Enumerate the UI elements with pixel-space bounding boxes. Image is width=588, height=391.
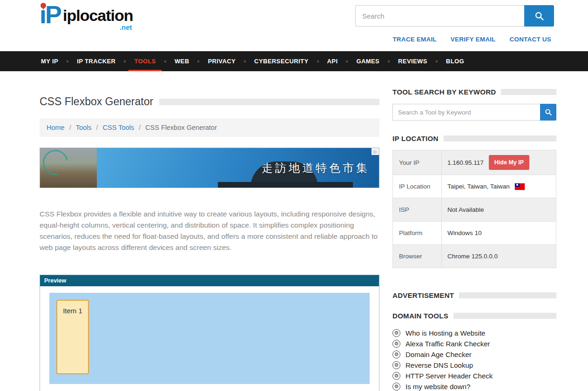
breadcrumb-tools[interactable]: Tools — [76, 124, 92, 131]
search-button[interactable] — [524, 5, 554, 27]
heading-decorative-bar — [459, 292, 556, 298]
domain-tools-list: Who is Hosting a Website Alexa Traffic R… — [392, 328, 556, 391]
header-search — [355, 5, 554, 27]
nav-item-privacy[interactable]: PRIVACY — [207, 51, 237, 71]
preview-header: Preview — [40, 275, 379, 286]
taiwan-flag-icon — [515, 183, 525, 190]
gear-icon — [392, 329, 400, 337]
gear-icon — [392, 383, 400, 391]
domain-tool-label: Reverse DNS Lookup — [406, 361, 473, 369]
domain-tool-label: Alexa Traffic Rank Checker — [406, 340, 490, 348]
tool-search-heading-row: TOOL SEARCH BY KEYWORD — [392, 88, 556, 96]
preview-flex-item: Item 1 — [56, 300, 89, 374]
nav-item-games[interactable]: GAMES — [355, 51, 380, 71]
map-pin-icon — [41, 3, 46, 8]
ip-location-table: Your IP 1.160.95.117 Hide My IP IP Locat… — [392, 150, 556, 268]
tool-search-button[interactable] — [540, 104, 556, 121]
row-value: Windows 10 — [442, 222, 556, 244]
domain-tool-link-alexa-rank[interactable]: Alexa Traffic Rank Checker — [392, 338, 556, 349]
site-logo[interactable]: iP iplocation .net — [40, 2, 133, 31]
domain-tool-link-hosting[interactable]: Who is Hosting a Website — [392, 328, 556, 338]
ip-location-value: Taipei, Taiwan, Taiwan — [447, 183, 510, 190]
heading-decorative-bar — [501, 89, 556, 95]
ad-photo-image — [40, 148, 97, 188]
breadcrumb-separator — [96, 124, 98, 131]
nav-separator — [436, 61, 438, 62]
tool-search-input[interactable] — [392, 104, 540, 121]
search-input[interactable] — [355, 5, 524, 27]
header-links: TRACE EMAIL VERIFY EMAIL CONTACT US — [392, 36, 551, 43]
breadcrumb-css-tools[interactable]: CSS Tools — [103, 124, 134, 131]
ip-address: 1.160.95.117 — [447, 159, 484, 166]
nav-item-tools[interactable]: TOOLS — [133, 51, 157, 71]
breadcrumb: Home Tools CSS Tools CSS Flexbox Generat… — [40, 118, 379, 137]
domain-tool-label: Is my website down? — [406, 383, 470, 391]
search-icon — [534, 11, 544, 21]
nav-item-blog[interactable]: BLOG — [445, 51, 465, 71]
breadcrumb-home[interactable]: Home — [47, 124, 65, 131]
tool-description: CSS Flexbox provides a flexible and intu… — [40, 209, 379, 253]
browser-value: Chrome 125.0.0.0 — [447, 253, 498, 260]
page-title: CSS Flexbox Generator — [40, 95, 153, 108]
row-value: 1.160.95.117 Hide My IP — [442, 150, 556, 175]
title-decorative-bar — [159, 99, 379, 105]
nav-separator — [124, 61, 126, 62]
gear-icon — [392, 372, 400, 380]
row-value: Taipei, Taiwan, Taiwan — [442, 175, 556, 198]
nav-item-web[interactable]: WEB — [174, 51, 190, 71]
row-label: ISP — [393, 198, 442, 221]
tool-search-heading: TOOL SEARCH BY KEYWORD — [392, 88, 496, 96]
domain-tool-link-domain-age[interactable]: Domain Age Checker — [392, 349, 556, 360]
page-title-row: CSS Flexbox Generator — [40, 95, 379, 108]
nav-item-reviews[interactable]: REVIEWS — [397, 51, 428, 71]
domain-tool-label: HTTP Server Header Check — [406, 372, 493, 380]
logo-icon: iP — [40, 2, 61, 31]
trace-email-link[interactable]: TRACE EMAIL — [392, 36, 436, 43]
row-value: Chrome 125.0.0.0 — [442, 245, 556, 268]
ad-scene-image: 走訪地道特色市集 — [97, 148, 379, 188]
gear-icon — [392, 361, 400, 369]
platform-value: Windows 10 — [447, 229, 482, 236]
table-row: IP Location Taipei, Taiwan, Taiwan — [393, 175, 556, 198]
adchoices-icon[interactable] — [372, 148, 379, 155]
flexbox-preview: Preview Item 1 — [40, 275, 379, 391]
preview-body: Item 1 — [40, 286, 379, 391]
logo-name: iplocation — [63, 7, 133, 24]
preview-flex-container: Item 1 — [49, 293, 370, 384]
nav-separator — [388, 61, 390, 62]
gear-icon — [392, 351, 400, 358]
breadcrumb-separator — [69, 124, 71, 131]
row-value: Not Available — [442, 198, 556, 221]
logo-text: iplocation .net — [63, 7, 133, 31]
ip-location-heading: IP LOCATION — [392, 135, 439, 142]
nav-item-my-ip[interactable]: MY IP — [40, 51, 59, 71]
heading-decorative-bar — [453, 313, 556, 319]
nav-separator — [164, 61, 166, 62]
nav-item-api[interactable]: API — [326, 51, 339, 71]
nav-separator — [346, 61, 348, 62]
domain-tool-link-reverse-dns[interactable]: Reverse DNS Lookup — [392, 360, 556, 371]
table-row: ISP Not Available — [393, 198, 556, 222]
isp-value: Not Available — [447, 206, 484, 213]
content-area: CSS Flexbox Generator Home Tools CSS Too… — [0, 88, 588, 391]
hide-my-ip-button[interactable]: Hide My IP — [489, 155, 529, 170]
breadcrumb-current: CSS Flexbox Generator — [145, 124, 217, 131]
main-nav: MY IP IP TRACKER TOOLS WEB PRIVACY CYBER… — [0, 51, 588, 71]
advertisement-heading: ADVERTISEMENT — [392, 291, 454, 299]
ad-banner[interactable]: 走訪地道特色市集 — [40, 148, 379, 188]
sidebar: TOOL SEARCH BY KEYWORD IP LOCATION Your … — [392, 88, 556, 391]
domain-tool-link-website-down[interactable]: Is my website down? — [392, 381, 556, 391]
nav-item-ip-tracker[interactable]: IP TRACKER — [76, 51, 116, 71]
verify-email-link[interactable]: VERIFY EMAIL — [451, 36, 496, 43]
site-header: iP iplocation .net TRACE EMAIL VERIFY EM… — [0, 0, 588, 51]
row-label: Platform — [393, 222, 442, 244]
domain-tool-link-http-header[interactable]: HTTP Server Header Check — [392, 371, 556, 381]
domain-tools-heading-row: DOMAIN TOOLS — [392, 312, 556, 320]
row-label: Your IP — [393, 150, 442, 175]
contact-us-link[interactable]: CONTACT US — [510, 36, 552, 43]
domain-tools-heading: DOMAIN TOOLS — [392, 312, 448, 320]
nav-item-cybersecurity[interactable]: CYBERSECURITY — [253, 51, 309, 71]
ad-text: 走訪地道特色市集 — [262, 161, 370, 175]
table-row: Browser Chrome 125.0.0.0 — [393, 245, 556, 268]
domain-tool-label: Who is Hosting a Website — [406, 329, 485, 337]
